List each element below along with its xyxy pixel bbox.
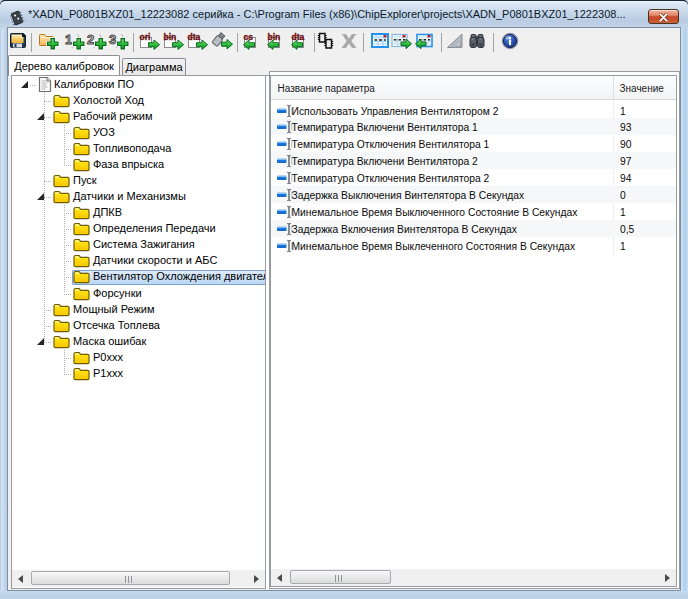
svg-text:bin: bin	[268, 32, 281, 42]
svg-text:dta: dta	[188, 32, 201, 42]
svg-text:2: 2	[87, 32, 94, 47]
svg-text:dta: dta	[292, 32, 305, 42]
svg-text:3: 3	[109, 32, 116, 47]
svg-text:ori: ori	[140, 32, 151, 42]
svg-text:1: 1	[65, 32, 72, 47]
svg-text:bin: bin	[164, 32, 177, 42]
